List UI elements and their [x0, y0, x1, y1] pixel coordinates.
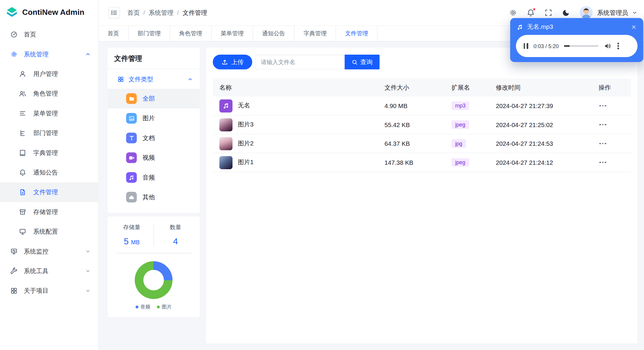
player-close-button[interactable] — [631, 24, 637, 30]
nav-label: 存储管理 — [33, 208, 58, 216]
more-actions-button[interactable] — [592, 153, 631, 172]
avatar[interactable] — [580, 6, 593, 19]
tab-home[interactable]: 首页 — [99, 26, 129, 41]
avatar-image — [580, 6, 593, 19]
file-type-image[interactable]: 图片 — [107, 108, 200, 128]
tab-dict-mgmt[interactable]: 字典管理 — [295, 26, 336, 41]
file-time: 2024-04-27 21:25:02 — [489, 121, 592, 128]
tab-dept-mgmt[interactable]: 部门管理 — [129, 26, 170, 41]
ext-badge: mp3 — [451, 101, 469, 110]
sidebar-item-role-mgmt[interactable]: 角色管理 — [0, 84, 98, 103]
volume-button[interactable] — [604, 42, 611, 50]
tab-notice[interactable]: 通知公告 — [253, 26, 295, 41]
sidebar-item-notice[interactable]: 通知公告 — [0, 163, 98, 182]
music-note-icon — [517, 24, 523, 30]
file-type-label: 图片 — [143, 114, 155, 122]
gear-icon — [509, 9, 517, 17]
tab-menu-mgmt[interactable]: 菜单管理 — [212, 26, 253, 41]
file-type-section-toggle[interactable]: 文件类型 — [107, 70, 200, 89]
sidebar-collapse-button[interactable] — [108, 7, 120, 19]
username[interactable]: 系统管理员 — [597, 9, 628, 17]
settings-button[interactable] — [509, 9, 517, 17]
breadcrumb-system[interactable]: 系统管理 — [143, 9, 173, 17]
chevron-down-icon — [85, 248, 91, 254]
player-menu-button[interactable] — [617, 42, 620, 50]
file-time: 2024-04-27 21:24:53 — [489, 140, 592, 147]
upload-button[interactable]: 上传 — [213, 55, 252, 69]
fullscreen-button[interactable] — [544, 9, 553, 17]
sidebar-item-user-mgmt[interactable]: 用户管理 — [0, 64, 98, 84]
breadcrumb-current: 文件管理 — [177, 9, 207, 17]
seek-slider-fill — [564, 45, 570, 47]
file-size: 64.37 KB — [378, 140, 445, 147]
tab-role-mgmt[interactable]: 角色管理 — [170, 26, 212, 41]
bell-icon — [19, 169, 26, 176]
file-type-audio[interactable]: 音频 — [107, 167, 200, 187]
col-size: 文件大小 — [378, 84, 445, 91]
ext-badge: jpeg — [451, 158, 469, 167]
sidebar-item-menu-mgmt[interactable]: 菜单管理 — [0, 104, 98, 123]
sidebar-item-system-config[interactable]: 系统配置 — [0, 222, 98, 241]
notifications-button[interactable] — [527, 9, 535, 17]
nav-label: 用户管理 — [33, 70, 58, 78]
sidebar-item-system-tools[interactable]: 系统工具 — [0, 261, 98, 281]
sidebar-item-system-monitor[interactable]: 系统监控 — [0, 241, 98, 261]
count-value: 4 — [154, 237, 197, 246]
playback-time: 0:03 / 5:20 — [534, 43, 559, 49]
app-window: ContiNew Admin 首页 系统管理 用户管理 角色管理 — [0, 0, 644, 350]
nav-label: 关于项目 — [24, 287, 48, 294]
tab-file-mgmt[interactable]: 文件管理 — [336, 26, 378, 41]
sidebar-item-file-mgmt[interactable]: 文件管理 — [0, 182, 98, 202]
table-row[interactable]: 无名 4.90 MB mp3 2024-04-27 21:27:39 — [213, 96, 631, 115]
left-column: 文件管理 文件类型 全部 图片 — [107, 47, 200, 343]
search-group: 查询 — [256, 55, 380, 69]
file-type-other[interactable]: 其他 — [107, 187, 200, 207]
chevron-down-icon — [85, 288, 91, 294]
breadcrumb-home[interactable]: 首页 — [127, 9, 140, 17]
more-actions-button[interactable] — [592, 115, 631, 134]
legend-dot-audio — [136, 305, 139, 308]
file-type-section-label: 文件类型 — [129, 75, 153, 83]
file-size: 147.38 KB — [378, 159, 445, 166]
file-list-panel: 上传 查询 名称 文件大小 扩展名 修改时 — [206, 47, 638, 343]
sidebar-item-storage-mgmt[interactable]: 存储管理 — [0, 202, 98, 222]
book-icon — [19, 149, 26, 156]
moon-icon — [562, 9, 570, 17]
file-ext-cell: jpeg — [445, 120, 489, 129]
nav-label: 系统管理 — [24, 50, 48, 58]
pause-button[interactable] — [524, 43, 528, 49]
fullscreen-icon — [544, 9, 553, 17]
file-type-label: 文档 — [143, 134, 155, 142]
nav-label: 系统工具 — [24, 267, 48, 275]
table-row[interactable]: 图片3 55.42 KB jpeg 2024-04-27 21:25:02 — [213, 115, 631, 134]
storage-label: 存储量 — [110, 224, 154, 231]
file-icon — [19, 189, 26, 196]
table-row[interactable]: 图片2 64.37 KB jpg 2024-04-27 21:24:53 — [213, 134, 631, 153]
file-name: 图片1 — [238, 159, 254, 166]
file-type-video[interactable]: 视频 — [107, 148, 200, 167]
image-thumbnail — [219, 156, 232, 169]
music-note-icon — [126, 172, 137, 183]
audio-file-icon — [219, 99, 232, 112]
sidebar-item-dict-mgmt[interactable]: 字典管理 — [0, 143, 98, 162]
file-type-all[interactable]: 全部 — [107, 89, 200, 108]
seek-slider[interactable] — [564, 45, 599, 47]
chevron-down-icon[interactable] — [632, 10, 637, 15]
logo[interactable]: ContiNew Admin — [0, 0, 98, 25]
sidebar-item-dept-mgmt[interactable]: 部门管理 — [0, 123, 98, 143]
sidebar-item-system-mgmt[interactable]: 系统管理 — [0, 44, 98, 64]
query-button[interactable]: 查询 — [345, 55, 380, 69]
users-icon — [19, 90, 26, 97]
sidebar-item-about[interactable]: 关于项目 — [0, 281, 98, 300]
file-type-document[interactable]: 文档 — [107, 128, 200, 148]
table-header: 名称 文件大小 扩展名 修改时间 操作 — [213, 78, 631, 96]
more-actions-button[interactable] — [592, 96, 631, 115]
file-time: 2024-04-27 21:24:12 — [489, 159, 592, 166]
sidebar-item-home[interactable]: 首页 — [0, 25, 98, 44]
archive-icon — [19, 208, 26, 216]
more-actions-button[interactable] — [592, 134, 631, 153]
dark-mode-button[interactable] — [562, 9, 570, 17]
search-input[interactable] — [256, 55, 345, 69]
table-row[interactable]: 图片1 147.38 KB jpeg 2024-04-27 21:24:12 — [213, 153, 631, 172]
chevron-up-icon — [85, 51, 91, 57]
